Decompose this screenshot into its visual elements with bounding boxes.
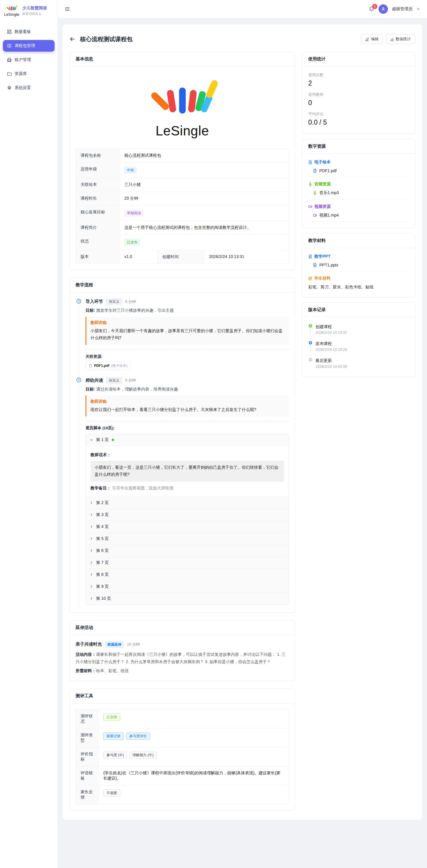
sidebar-item-label: 系统设置: [14, 85, 31, 91]
page-label: 第 10 页: [96, 596, 111, 601]
back-button[interactable]: [69, 36, 75, 42]
divider: [86, 421, 289, 422]
stat-teacher-count: 使用教师 0: [308, 92, 409, 107]
edit-button[interactable]: 编辑: [361, 34, 383, 44]
accordion-page-4[interactable]: 第 4 页: [86, 521, 289, 533]
edit-button-label: 编辑: [371, 36, 378, 42]
sidebar-item-settings[interactable]: 系统设置: [3, 82, 55, 94]
page-label: 第 7 页: [96, 560, 109, 565]
page-label: 第 6 页: [96, 548, 109, 553]
page-scripts-label: 逐页脚本 (10页):: [86, 426, 289, 431]
assessment-status-badge: 已启用: [103, 714, 120, 721]
table-row-version: 版本 v1.0 创建时间 2026/2/24 10:13:31: [76, 250, 289, 264]
resource-file-name: PDF1.pdf: [94, 364, 110, 368]
app-root: LeSingle 少儿智慧阅读 服务管理后台 数据看板 课程包管理: [0, 0, 427, 868]
brand-fan-icon-large: [146, 80, 219, 122]
teacher-script-box: 教师讲稿: 现在让我们一起打开绘本，看看三只小猪分别盖了什么房子。大灰狼来了之后…: [86, 396, 289, 417]
sidebar-item-resources[interactable]: 资源库: [3, 68, 55, 80]
chevron-down-icon[interactable]: [417, 7, 420, 11]
basic-info-title: 基本信息: [70, 52, 295, 66]
clock-icon: [76, 377, 82, 383]
user-name[interactable]: 超级管理员: [392, 6, 413, 12]
table-row: 课程包名称 核心流程测试课程包: [76, 149, 289, 162]
chevron-right-icon: [90, 501, 93, 504]
page-1-panel: 教师话术： 小朋友们，看这一页，这是三只小猪，它们长大了，要离开妈妈自己盖房子住…: [86, 446, 289, 497]
chevron-down-icon: [90, 438, 93, 442]
data-stats-button[interactable]: 数据统计: [386, 34, 415, 44]
document-icon: [308, 160, 312, 164]
accordion-page-9[interactable]: 第 9 页: [86, 581, 289, 593]
sidebar-item-tenants[interactable]: 租户管理: [3, 54, 55, 66]
accordion-page-2[interactable]: 第 2 页: [86, 497, 289, 509]
status-badge: 已发布: [124, 239, 140, 246]
app-logo: LeSingle 少儿智慧阅读 服务管理后台: [0, 0, 58, 21]
menu-fold-icon: [65, 6, 70, 12]
timeline-event-published: 发布课程 2026/2/24 10:19:23: [309, 341, 409, 358]
assessment-title: 测评工具: [70, 689, 295, 703]
linked-resource-chip[interactable]: PDF1.pdf (电子绘本): [86, 362, 131, 370]
resource-file-video[interactable]: 视频1.mp4: [308, 209, 409, 222]
course-package-logo: LeSingle: [75, 72, 289, 149]
timeline-line: [310, 328, 311, 335]
chevron-right-icon: [90, 597, 93, 600]
accordion-page-8[interactable]: 第 8 页: [86, 569, 289, 581]
accordion-page-7[interactable]: 第 7 页: [86, 557, 289, 569]
step-name: 导入环节: [86, 299, 103, 304]
step-type-badge: 自定义: [106, 377, 122, 384]
page-label: 第 1 页: [96, 437, 109, 442]
teaching-flow-card: 教学流程: [69, 278, 295, 613]
teacher-talk-box: 小朋友们，看这一页，这是三只小猪，它们长大了，要离开妈妈自己盖房子住了。你们猜猜…: [90, 461, 284, 482]
notification-badge: 5: [372, 4, 377, 9]
step-goal: 目标: 通过共读绘本，理解故事内容，培养阅读兴趣: [86, 387, 289, 392]
chevron-right-icon: [90, 513, 93, 516]
sidebar-collapse-button[interactable]: [65, 6, 70, 12]
accordion-page-10[interactable]: 第 10 页: [86, 593, 289, 604]
data-stats-button-label: 数据统计: [396, 36, 411, 42]
chevron-right-icon: [90, 549, 93, 552]
student-materials-list: 彩笔、剪刀、胶水、彩色卡纸、贴纸: [308, 281, 409, 291]
table-row: 家长反馈 不需要: [76, 785, 289, 804]
sidebar-item-course-packages[interactable]: 课程包管理: [3, 40, 55, 52]
step-duration: 5 分钟: [125, 378, 136, 383]
brand-fan-icon: [6, 5, 18, 12]
basic-info-card: 基本信息: [69, 52, 295, 270]
sidebar-item-dashboard[interactable]: 数据看板: [3, 26, 55, 38]
pencil-icon: [365, 37, 369, 41]
accordion-page-6[interactable]: 第 6 页: [86, 545, 289, 557]
table-row: 课程时长 20 分钟: [76, 192, 289, 206]
accordion-page-3[interactable]: 第 3 页: [86, 509, 289, 521]
teaching-flow-title: 教学流程: [70, 278, 295, 292]
step-name: 师幼共读: [86, 378, 103, 383]
page-label: 第 5 页: [96, 536, 109, 541]
resource-file-ppt[interactable]: PPT1.pptx: [308, 259, 409, 271]
dashboard-icon: [7, 29, 12, 34]
timeline-line: [310, 345, 311, 352]
page-label: 第 3 页: [96, 512, 109, 518]
accordion-page-5[interactable]: 第 5 页: [86, 533, 289, 545]
ebook-group-header: 电子绘本: [308, 160, 409, 165]
accordion-page-1[interactable]: 第 1 页: [86, 434, 289, 446]
gear-icon: [7, 86, 12, 90]
table-row: 适用年级 中班: [76, 162, 289, 178]
video-icon: [313, 213, 317, 217]
flow-step-intro: 导入环节 自定义 5 分钟 目标: 激发学生对三只小猪故事的兴趣，引出主题 教师…: [75, 298, 289, 377]
ppt-group-header: 教学PPT: [308, 254, 409, 259]
version-timeline: 创建课程 2026/2/24 10:13:31 发布课程 2026: [308, 323, 409, 371]
extension-title: 延伸活动: [70, 620, 295, 635]
sidebar-item-label: 课程包管理: [14, 43, 35, 49]
chevron-right-icon: [90, 537, 93, 540]
chevron-right-icon: [90, 573, 93, 576]
page-has-script-dot: [112, 439, 114, 441]
version-history-title: 版本记录: [302, 303, 415, 317]
bar-chart-icon: [390, 37, 394, 41]
notification-bell-button[interactable]: 5: [369, 6, 374, 12]
resource-file-audio[interactable]: 音乐1.mp3: [308, 187, 409, 199]
timeline-event-updated: 最后更新 2026/2/24 14:43:39: [309, 358, 409, 369]
step-goal: 目标: 激发学生对三只小猪故事的兴趣，引出主题: [86, 308, 289, 313]
resource-file-pdf[interactable]: PDF1.pdf: [308, 165, 409, 177]
avatar[interactable]: [378, 4, 388, 14]
clock-icon: [76, 299, 82, 304]
timeline-dot-blue: [309, 341, 312, 344]
file-name: 音乐1.mp3: [319, 190, 339, 195]
resource-file-type: (电子绘本): [111, 363, 127, 368]
